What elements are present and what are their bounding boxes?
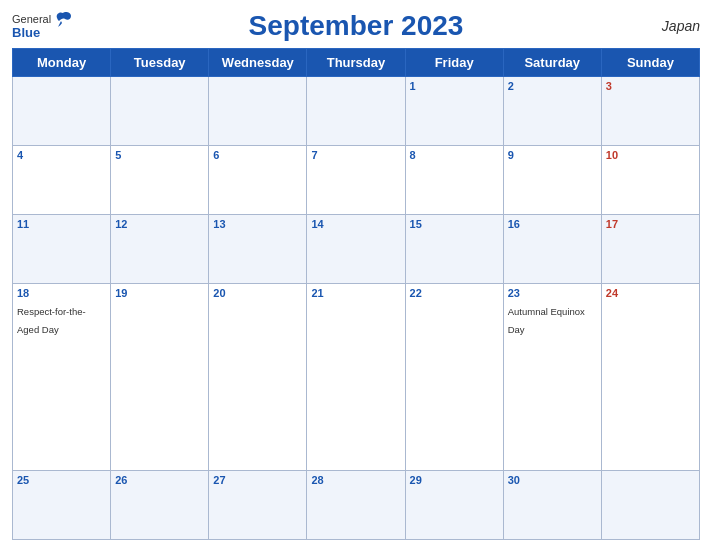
day-number: 14 [311, 218, 400, 230]
day-number: 8 [410, 149, 499, 161]
logo-blue-text: Blue [12, 25, 40, 40]
logo-bird-icon [53, 11, 73, 29]
calendar-cell: 9 [503, 145, 601, 214]
day-number: 28 [311, 474, 400, 486]
day-number: 1 [410, 80, 499, 92]
calendar-cell: 27 [209, 471, 307, 540]
calendar-cell: 10 [601, 145, 699, 214]
day-number: 27 [213, 474, 302, 486]
calendar-cell: 18Respect-for-the-Aged Day [13, 283, 111, 470]
calendar-cell: 22 [405, 283, 503, 470]
calendar-cell: 7 [307, 145, 405, 214]
holiday-name: Respect-for-the-Aged Day [17, 306, 86, 335]
week-row-5: 252627282930 [13, 471, 700, 540]
calendar-cell: 2 [503, 77, 601, 146]
day-number: 5 [115, 149, 204, 161]
day-number: 30 [508, 474, 597, 486]
calendar-cell [13, 77, 111, 146]
weekday-header-tuesday: Tuesday [111, 49, 209, 77]
day-number: 24 [606, 287, 695, 299]
day-number: 18 [17, 287, 106, 299]
calendar-cell: 23Autumnal Equinox Day [503, 283, 601, 470]
calendar-cell: 25 [13, 471, 111, 540]
calendar-cell: 6 [209, 145, 307, 214]
logo-general-text: General [12, 13, 51, 25]
country-label: Japan [662, 18, 700, 34]
week-row-4: 18Respect-for-the-Aged Day1920212223Autu… [13, 283, 700, 470]
calendar-cell: 3 [601, 77, 699, 146]
day-number: 9 [508, 149, 597, 161]
day-number: 29 [410, 474, 499, 486]
day-number: 23 [508, 287, 597, 299]
calendar-cell: 4 [13, 145, 111, 214]
weekday-header-saturday: Saturday [503, 49, 601, 77]
weekday-header-sunday: Sunday [601, 49, 699, 77]
day-number: 20 [213, 287, 302, 299]
calendar-cell: 21 [307, 283, 405, 470]
calendar-cell: 19 [111, 283, 209, 470]
calendar-cell [111, 77, 209, 146]
header: General Blue September 2023 Japan [12, 10, 700, 42]
weekday-header-row: MondayTuesdayWednesdayThursdayFridaySatu… [13, 49, 700, 77]
day-number: 3 [606, 80, 695, 92]
calendar-wrapper: General Blue September 2023 Japan Monday… [0, 0, 712, 550]
calendar-cell [601, 471, 699, 540]
calendar-cell: 26 [111, 471, 209, 540]
calendar-title: September 2023 [249, 10, 464, 42]
week-row-1: 123 [13, 77, 700, 146]
calendar-cell: 17 [601, 214, 699, 283]
day-number: 21 [311, 287, 400, 299]
day-number: 6 [213, 149, 302, 161]
day-number: 12 [115, 218, 204, 230]
day-number: 16 [508, 218, 597, 230]
calendar-table: MondayTuesdayWednesdayThursdayFridaySatu… [12, 48, 700, 540]
calendar-cell: 20 [209, 283, 307, 470]
calendar-cell: 8 [405, 145, 503, 214]
day-number: 13 [213, 218, 302, 230]
calendar-cell: 16 [503, 214, 601, 283]
calendar-cell [307, 77, 405, 146]
logo: General Blue [12, 13, 73, 40]
holiday-name: Autumnal Equinox Day [508, 306, 585, 335]
day-number: 11 [17, 218, 106, 230]
day-number: 15 [410, 218, 499, 230]
calendar-cell: 28 [307, 471, 405, 540]
day-number: 25 [17, 474, 106, 486]
calendar-cell: 5 [111, 145, 209, 214]
day-number: 17 [606, 218, 695, 230]
weekday-header-friday: Friday [405, 49, 503, 77]
calendar-cell: 15 [405, 214, 503, 283]
day-number: 7 [311, 149, 400, 161]
week-row-3: 11121314151617 [13, 214, 700, 283]
day-number: 26 [115, 474, 204, 486]
day-number: 10 [606, 149, 695, 161]
weekday-header-monday: Monday [13, 49, 111, 77]
day-number: 22 [410, 287, 499, 299]
weekday-header-wednesday: Wednesday [209, 49, 307, 77]
calendar-cell: 30 [503, 471, 601, 540]
calendar-cell: 24 [601, 283, 699, 470]
calendar-cell: 29 [405, 471, 503, 540]
calendar-cell: 1 [405, 77, 503, 146]
day-number: 2 [508, 80, 597, 92]
calendar-cell: 13 [209, 214, 307, 283]
calendar-cell: 14 [307, 214, 405, 283]
calendar-cell [209, 77, 307, 146]
day-number: 19 [115, 287, 204, 299]
calendar-cell: 11 [13, 214, 111, 283]
weekday-header-thursday: Thursday [307, 49, 405, 77]
calendar-cell: 12 [111, 214, 209, 283]
week-row-2: 45678910 [13, 145, 700, 214]
day-number: 4 [17, 149, 106, 161]
